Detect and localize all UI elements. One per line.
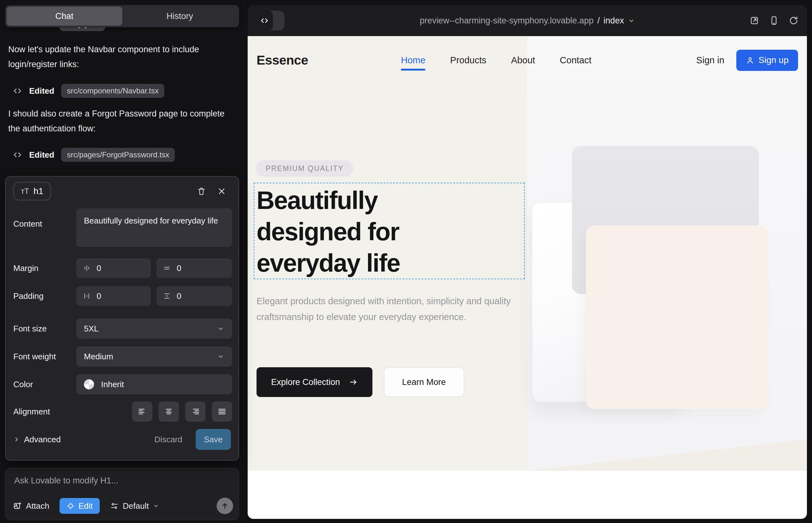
alignment-label: Alignment <box>13 407 50 417</box>
site-viewport: PREMIUM QUALITY Beautifully designed for… <box>248 36 807 519</box>
advanced-toggle[interactable]: Advanced <box>13 435 61 445</box>
sign-up-button[interactable]: Sign up <box>736 50 798 71</box>
send-button[interactable] <box>217 498 233 514</box>
nav-link-contact[interactable]: Contact <box>560 51 592 70</box>
hero-art-column <box>527 36 807 471</box>
editor-footer: Advanced Discard Save <box>13 428 231 451</box>
url-bar[interactable]: preview--charming-site-symphony.lovable.… <box>420 16 635 26</box>
chat-message: Now let's update the Navbar component to… <box>8 42 235 72</box>
font-size-label: Font size <box>13 324 47 334</box>
selected-h1-outline[interactable]: Beautifully designed for everyday life <box>254 183 525 279</box>
attach-button[interactable]: Attach <box>13 501 49 511</box>
hero-card-beige <box>586 226 768 409</box>
align-right-button[interactable] <box>185 401 206 422</box>
color-label: Color <box>13 380 33 390</box>
edited-label: Edited <box>29 150 54 160</box>
file-chip[interactable]: src/pages/ForgotPassword.tsx <box>61 148 175 162</box>
nav-link-home[interactable]: Home <box>401 51 425 70</box>
delete-element-button[interactable] <box>197 186 206 196</box>
hero-description: Elegant products designed with intention… <box>257 293 513 325</box>
font-weight-label: Font weight <box>13 352 56 362</box>
external-link-icon <box>749 16 759 26</box>
align-left-icon <box>138 407 147 416</box>
margin-row: Margin 0 0 <box>13 258 232 278</box>
site-logo[interactable]: Essence <box>257 53 308 68</box>
hero-section: PREMIUM QUALITY Beautifully designed for… <box>248 36 807 471</box>
chevron-down-icon <box>153 503 159 509</box>
explore-collection-button[interactable]: Explore Collection <box>257 367 372 397</box>
open-in-new-tab-button[interactable] <box>749 16 759 26</box>
app: Chat History Now let's update the Navbar… <box>0 0 812 523</box>
content-input[interactable]: Beautifully designed for everyday life <box>76 208 232 247</box>
url-page: index <box>604 16 624 26</box>
padding-label: Padding <box>13 291 43 301</box>
sign-in-button[interactable]: Sign in <box>696 55 724 66</box>
target-icon <box>67 502 75 510</box>
code-preview-toggle[interactable] <box>256 11 284 30</box>
chat-composer: Attach Edit Default <box>5 468 239 520</box>
align-right-icon <box>191 407 200 416</box>
tab-chat[interactable]: Chat <box>7 7 122 26</box>
arrow-up-icon <box>221 502 229 510</box>
url-host: preview--charming-site-symphony.lovable.… <box>420 16 594 26</box>
edit-mode-button[interactable]: Edit <box>59 498 100 514</box>
hero-diagonal-shape <box>527 433 807 471</box>
code-icon <box>260 16 269 25</box>
padding-x-input[interactable]: 0 <box>76 286 151 306</box>
typography-icon: тT <box>21 187 29 196</box>
align-left-button[interactable] <box>132 401 152 422</box>
font-weight-select[interactable]: Medium <box>76 346 232 366</box>
margin-label: Margin <box>13 264 38 273</box>
element-tag-label: h1 <box>34 186 43 196</box>
margin-x-input[interactable]: 0 <box>76 258 151 278</box>
element-editor-panel: тT h1 Content <box>5 176 239 461</box>
sliders-icon <box>110 502 119 510</box>
padding-y-icon <box>163 292 171 300</box>
font-size-row: Font size 5XL <box>13 319 232 339</box>
user-icon <box>746 56 754 65</box>
lovable-sidebar: Chat History Now let's update the Navbar… <box>0 0 247 523</box>
mobile-icon <box>769 16 779 26</box>
model-selector-button[interactable]: Default <box>110 501 159 511</box>
edited-label: Edited <box>29 86 54 96</box>
mobile-view-button[interactable] <box>769 16 779 26</box>
save-button[interactable]: Save <box>196 429 231 450</box>
padding-x-icon <box>83 292 91 300</box>
refresh-icon <box>789 16 799 26</box>
align-center-button[interactable] <box>159 401 179 422</box>
chevron-down-icon <box>628 17 635 24</box>
align-justify-button[interactable] <box>212 401 232 422</box>
attach-image-icon <box>13 502 22 510</box>
padding-y-input[interactable]: 0 <box>156 286 232 306</box>
nav-link-products[interactable]: Products <box>450 51 486 70</box>
editor-header: тT h1 <box>13 182 226 201</box>
file-chip[interactable]: src/components/Navbar.tsx <box>61 84 164 98</box>
edited-file-row: Edited src/components/Navbar.tsx <box>13 84 164 98</box>
url-separator: / <box>597 16 600 26</box>
close-editor-button[interactable] <box>217 186 226 196</box>
color-select[interactable]: Inherit <box>76 374 232 395</box>
margin-y-input[interactable]: 0 <box>156 258 232 278</box>
color-row: Color Inherit <box>13 374 232 395</box>
hero-badge: PREMIUM QUALITY <box>256 160 353 177</box>
alignment-row: Alignment <box>13 401 232 422</box>
browser-preview: preview--charming-site-symphony.lovable.… <box>248 5 807 519</box>
discard-button[interactable]: Discard <box>155 435 182 445</box>
margin-x-icon <box>83 264 91 272</box>
refresh-button[interactable] <box>789 16 799 26</box>
align-justify-icon <box>217 407 227 416</box>
learn-more-button[interactable]: Learn More <box>384 367 464 397</box>
code-icon <box>13 86 22 96</box>
code-icon <box>13 150 22 160</box>
chevron-down-icon <box>217 353 225 360</box>
browser-topbar: preview--charming-site-symphony.lovable.… <box>248 5 807 36</box>
hero-heading[interactable]: Beautifully designed for everyday life <box>254 183 524 278</box>
composer-input[interactable] <box>14 476 230 493</box>
content-label: Content <box>13 219 42 229</box>
selected-element-tag: тT h1 <box>13 182 51 200</box>
content-row: Content Beautifully designed for everyda… <box>13 208 232 247</box>
close-icon <box>217 186 226 196</box>
nav-link-about[interactable]: About <box>511 51 535 70</box>
tab-history[interactable]: History <box>122 7 238 26</box>
font-size-select[interactable]: 5XL <box>76 319 232 339</box>
